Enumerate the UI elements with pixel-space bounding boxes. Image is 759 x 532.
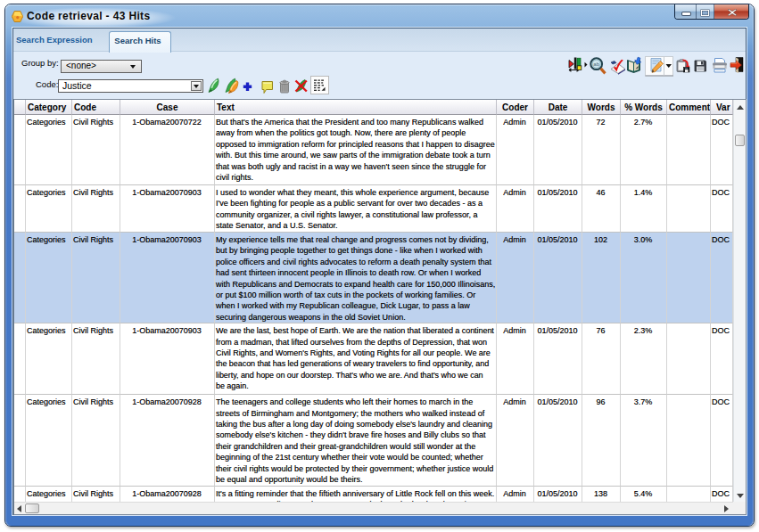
svg-text:ab: ab — [593, 61, 599, 67]
